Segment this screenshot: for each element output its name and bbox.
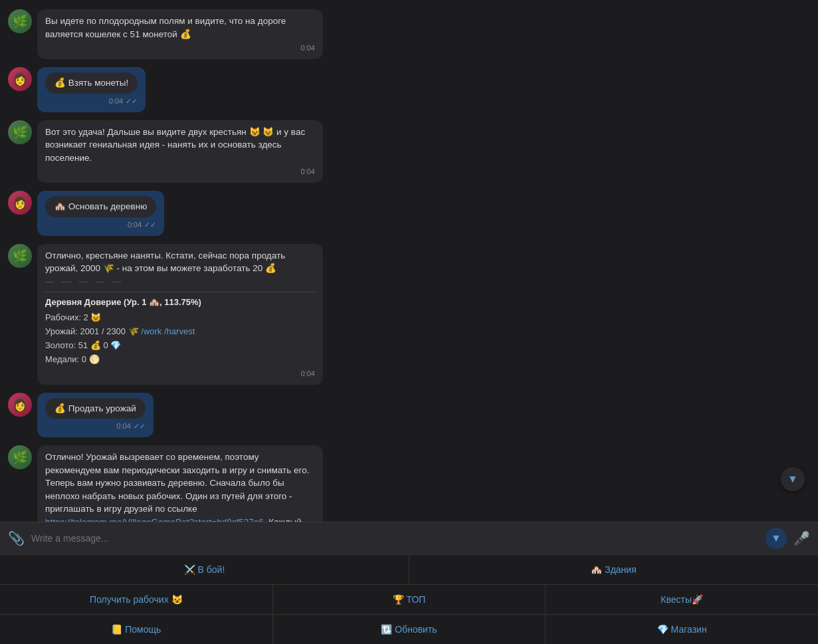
action-text: 🏘️ Основать деревню [45,196,156,217]
message-row: 👩 🏘️ Основать деревню 0:04 ✓✓ [0,188,818,239]
bot-bubble: Вы идете по плодородным полям и видите, … [37,9,323,59]
bot-bubble: Отлично! Урожай вызревает со временем, п… [37,445,323,522]
msg4-time: 0:04 ✓✓ [45,220,156,231]
avatar-bot: 🌿 [8,445,32,469]
scroll-to-bottom-button[interactable]: ▼ [781,467,805,491]
workers-button[interactable]: Получить рабочих 😺 [0,585,273,614]
btn-row-2: Получить рабочих 😺 🏆 ТОП Квесты🚀 [0,584,818,614]
work-link[interactable]: /work [141,326,161,336]
user-bubble: 💰 Взять монеты! 0:04 ✓✓ [37,67,146,112]
msg3-time: 0:04 [45,167,315,177]
input-bar: 📎 ▼ 🎤 [0,522,818,554]
msg7-text: Отлично! Урожай вызревает со временем, п… [45,452,309,522]
check-icon: ✓✓ [134,421,146,432]
avatar-bot: 🌿 [8,9,32,33]
msg5-time: 0:04 [45,369,315,379]
help-button[interactable]: 📒 Помощь [0,615,273,644]
status-line: Рабочих: 2 😺 [45,312,315,324]
msg2-time: 0:04 ✓✓ [45,96,138,107]
user-bubble: 💰 Продать урожай 0:04 ✓✓ [37,393,153,438]
bottom-buttons: ⚔️ В бой! 🏘️ Здания Получить рабочих 😺 🏆… [0,554,818,644]
message-row: 🌿 Вот это удача! Дальше вы видите двух к… [0,118,818,186]
fight-button[interactable]: ⚔️ В бой! [0,555,409,584]
status-line: Урожай: 2001 / 2300 🌾 /work /harvest [45,326,315,338]
message-row: 👩 💰 Продать урожай 0:04 ✓✓ [0,390,818,441]
status-line: Медали: 0 🌕 [45,354,315,366]
msg3-text: Вот это удача! Дальше вы видите двух кре… [45,127,305,163]
user-bubble: 🏘️ Основать деревню 0:04 ✓✓ [37,191,164,236]
msg6-time: 0:04 ✓✓ [45,421,146,432]
harvest-link[interactable]: /harvest [164,326,195,336]
status-line: Золото: 51 💰 0 💎 [45,340,315,352]
avatar-bot: 🌿 [8,120,32,144]
message-row: 🌿 Отлично, крестьяне наняты. Кстати, сей… [0,241,818,387]
msg1-time: 0:04 [45,43,315,54]
invite-link[interactable]: https://telegram.me/VillageGameBot?start… [45,517,264,522]
quests-button[interactable]: Квесты🚀 [546,585,818,614]
message-row: 🌿 Вы идете по плодородным полям и видите… [0,7,818,62]
message-input[interactable] [31,533,759,544]
btn-row-3: 📒 Помощь 🔃 Обновить 💎 Магазин [0,614,818,644]
shop-button[interactable]: 💎 Магазин [546,615,818,644]
attach-icon[interactable]: 📎 [8,530,25,546]
check-icon: ✓✓ [126,96,138,107]
buildings-button[interactable]: 🏘️ Здания [409,555,818,584]
avatar-user: 👩 [8,393,32,417]
down-arrow-button[interactable]: ▼ [766,528,787,549]
avatar-user: 👩 [8,191,32,215]
msg5-text: Отлично, крестьяне наняты. Кстати, сейча… [45,251,285,274]
voice-icon[interactable]: 🎤 [793,530,810,546]
action-text: 💰 Продать урожай [45,398,146,419]
message-row: 🌿 Отлично! Урожай вызревает со временем,… [0,443,818,522]
check-icon: ✓✓ [144,220,156,231]
message-row: 👩 💰 Взять монеты! 0:04 ✓✓ [0,64,818,115]
action-text: 💰 Взять монеты! [45,72,138,94]
status-block: Деревня Доверие (Ур. 1 🏘️, 113.75%) Рабо… [45,292,315,366]
avatar-user: 👩 [8,67,32,91]
avatar-bot: 🌿 [8,244,32,268]
bot-bubble: Отлично, крестьяне наняты. Кстати, сейча… [37,244,323,385]
msg1-text: Вы идете по плодородным полям и видите, … [45,16,286,39]
village-name: Деревня Доверие (Ур. 1 🏘️, 113.75%) [45,296,315,309]
refresh-button[interactable]: 🔃 Обновить [273,615,546,644]
top-button[interactable]: 🏆 ТОП [273,585,546,614]
bot-bubble: Вот это удача! Дальше вы видите двух кре… [37,120,323,183]
btn-row-1: ⚔️ В бой! 🏘️ Здания [0,554,818,584]
chat-area[interactable]: 🌿 Вы идете по плодородным полям и видите… [0,0,818,522]
dashes: — — — — — [45,275,315,288]
